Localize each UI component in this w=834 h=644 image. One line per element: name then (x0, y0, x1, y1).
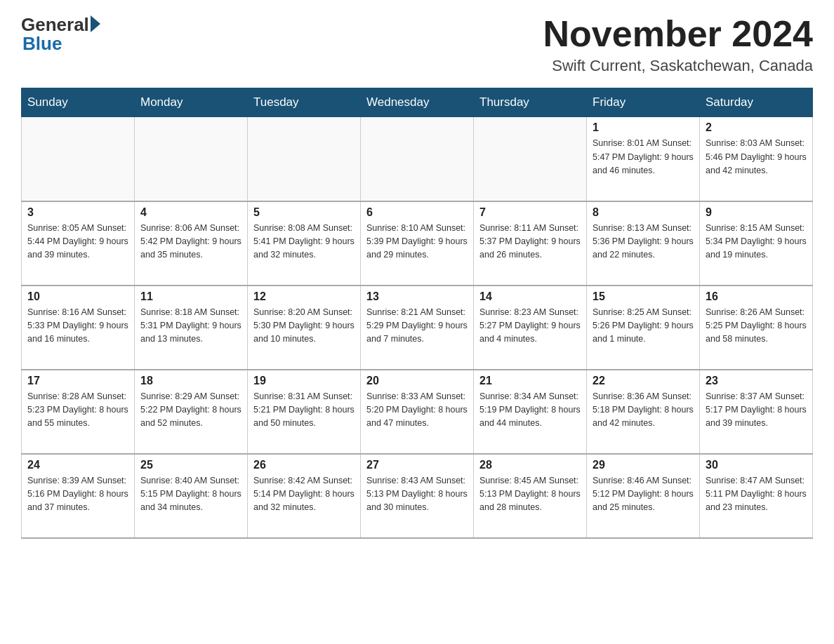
day-number: 14 (479, 290, 581, 303)
day-number: 25 (140, 459, 241, 471)
day-info: Sunrise: 8:28 AM Sunset: 5:23 PM Dayligh… (27, 390, 128, 431)
day-info: Sunrise: 8:29 AM Sunset: 5:22 PM Dayligh… (140, 390, 241, 431)
calendar-cell: 12Sunrise: 8:20 AM Sunset: 5:30 PM Dayli… (248, 286, 361, 370)
day-info: Sunrise: 8:46 AM Sunset: 5:12 PM Dayligh… (593, 474, 694, 515)
logo-text-blue: Blue (22, 33, 100, 55)
calendar-cell: 4Sunrise: 8:06 AM Sunset: 5:42 PM Daylig… (135, 201, 248, 286)
day-number: 21 (479, 375, 581, 387)
calendar-cell: 21Sunrise: 8:34 AM Sunset: 5:19 PM Dayli… (474, 370, 587, 454)
day-info: Sunrise: 8:23 AM Sunset: 5:27 PM Dayligh… (479, 306, 581, 347)
day-number: 2 (706, 121, 807, 134)
calendar-cell: 27Sunrise: 8:43 AM Sunset: 5:13 PM Dayli… (361, 454, 474, 538)
day-number: 23 (706, 375, 807, 387)
day-number: 22 (593, 375, 694, 387)
day-info: Sunrise: 8:20 AM Sunset: 5:30 PM Dayligh… (253, 306, 355, 347)
calendar-week-row: 10Sunrise: 8:16 AM Sunset: 5:33 PM Dayli… (22, 286, 813, 370)
day-info: Sunrise: 8:11 AM Sunset: 5:37 PM Dayligh… (479, 222, 581, 262)
calendar-cell: 10Sunrise: 8:16 AM Sunset: 5:33 PM Dayli… (22, 286, 135, 370)
logo: General Blue (21, 14, 100, 55)
day-number: 20 (366, 375, 468, 387)
day-number: 16 (706, 290, 807, 303)
day-info: Sunrise: 8:47 AM Sunset: 5:11 PM Dayligh… (706, 474, 807, 515)
col-sunday: Sunday (22, 88, 135, 117)
day-number: 28 (479, 459, 581, 471)
title-block: November 2024 Swift Current, Saskatchewa… (543, 14, 813, 75)
calendar-cell (474, 117, 587, 201)
day-number: 19 (253, 375, 355, 387)
calendar-cell: 8Sunrise: 8:13 AM Sunset: 5:36 PM Daylig… (587, 201, 700, 286)
calendar-cell: 15Sunrise: 8:25 AM Sunset: 5:26 PM Dayli… (587, 286, 700, 370)
day-number: 11 (140, 290, 241, 303)
calendar-week-row: 3Sunrise: 8:05 AM Sunset: 5:44 PM Daylig… (22, 201, 813, 286)
calendar-cell: 1Sunrise: 8:01 AM Sunset: 5:47 PM Daylig… (587, 117, 700, 201)
calendar-cell: 23Sunrise: 8:37 AM Sunset: 5:17 PM Dayli… (700, 370, 813, 454)
calendar-week-row: 17Sunrise: 8:28 AM Sunset: 5:23 PM Dayli… (22, 370, 813, 454)
day-info: Sunrise: 8:06 AM Sunset: 5:42 PM Dayligh… (140, 222, 241, 262)
day-info: Sunrise: 8:15 AM Sunset: 5:34 PM Dayligh… (706, 222, 807, 262)
calendar-cell: 5Sunrise: 8:08 AM Sunset: 5:41 PM Daylig… (248, 201, 361, 286)
day-info: Sunrise: 8:18 AM Sunset: 5:31 PM Dayligh… (140, 306, 241, 347)
calendar-cell: 13Sunrise: 8:21 AM Sunset: 5:29 PM Dayli… (361, 286, 474, 370)
month-year-title: November 2024 (543, 14, 813, 54)
calendar-cell: 18Sunrise: 8:29 AM Sunset: 5:22 PM Dayli… (135, 370, 248, 454)
day-info: Sunrise: 8:05 AM Sunset: 5:44 PM Dayligh… (27, 222, 128, 262)
day-number: 27 (366, 459, 468, 471)
day-number: 10 (27, 290, 128, 303)
day-info: Sunrise: 8:36 AM Sunset: 5:18 PM Dayligh… (593, 390, 694, 431)
day-info: Sunrise: 8:34 AM Sunset: 5:19 PM Dayligh… (479, 390, 581, 431)
day-info: Sunrise: 8:39 AM Sunset: 5:16 PM Dayligh… (27, 474, 128, 515)
day-info: Sunrise: 8:40 AM Sunset: 5:15 PM Dayligh… (140, 474, 241, 515)
col-friday: Friday (587, 88, 700, 117)
day-info: Sunrise: 8:25 AM Sunset: 5:26 PM Dayligh… (593, 306, 694, 347)
calendar-table: Sunday Monday Tuesday Wednesday Thursday… (21, 88, 813, 539)
calendar-cell: 2Sunrise: 8:03 AM Sunset: 5:46 PM Daylig… (700, 117, 813, 201)
calendar-header-row: Sunday Monday Tuesday Wednesday Thursday… (22, 88, 813, 117)
col-tuesday: Tuesday (248, 88, 361, 117)
day-info: Sunrise: 8:01 AM Sunset: 5:47 PM Dayligh… (593, 137, 694, 177)
logo-text-general: General (21, 14, 89, 35)
calendar-cell: 9Sunrise: 8:15 AM Sunset: 5:34 PM Daylig… (700, 201, 813, 286)
day-info: Sunrise: 8:16 AM Sunset: 5:33 PM Dayligh… (27, 306, 128, 347)
day-number: 5 (253, 206, 355, 219)
day-info: Sunrise: 8:45 AM Sunset: 5:13 PM Dayligh… (479, 474, 581, 515)
day-info: Sunrise: 8:42 AM Sunset: 5:14 PM Dayligh… (253, 474, 355, 515)
day-number: 12 (253, 290, 355, 303)
day-number: 18 (140, 375, 241, 387)
day-number: 4 (140, 206, 241, 219)
calendar-cell: 6Sunrise: 8:10 AM Sunset: 5:39 PM Daylig… (361, 201, 474, 286)
calendar-cell (135, 117, 248, 201)
day-number: 6 (366, 206, 468, 219)
day-number: 1 (593, 121, 694, 134)
calendar-cell: 16Sunrise: 8:26 AM Sunset: 5:25 PM Dayli… (700, 286, 813, 370)
calendar-cell: 30Sunrise: 8:47 AM Sunset: 5:11 PM Dayli… (700, 454, 813, 538)
calendar-cell (361, 117, 474, 201)
day-number: 26 (253, 459, 355, 471)
day-number: 8 (593, 206, 694, 219)
day-number: 3 (27, 206, 128, 219)
col-saturday: Saturday (700, 88, 813, 117)
day-info: Sunrise: 8:21 AM Sunset: 5:29 PM Dayligh… (366, 306, 468, 347)
day-info: Sunrise: 8:13 AM Sunset: 5:36 PM Dayligh… (593, 222, 694, 262)
day-info: Sunrise: 8:26 AM Sunset: 5:25 PM Dayligh… (706, 306, 807, 347)
col-thursday: Thursday (474, 88, 587, 117)
day-number: 13 (366, 290, 468, 303)
day-info: Sunrise: 8:10 AM Sunset: 5:39 PM Dayligh… (366, 222, 468, 262)
calendar-cell: 28Sunrise: 8:45 AM Sunset: 5:13 PM Dayli… (474, 454, 587, 538)
day-number: 9 (706, 206, 807, 219)
day-number: 17 (27, 375, 128, 387)
day-number: 30 (706, 459, 807, 471)
calendar-cell: 26Sunrise: 8:42 AM Sunset: 5:14 PM Dayli… (248, 454, 361, 538)
calendar-cell: 3Sunrise: 8:05 AM Sunset: 5:44 PM Daylig… (22, 201, 135, 286)
day-info: Sunrise: 8:31 AM Sunset: 5:21 PM Dayligh… (253, 390, 355, 431)
calendar-cell: 22Sunrise: 8:36 AM Sunset: 5:18 PM Dayli… (587, 370, 700, 454)
day-info: Sunrise: 8:03 AM Sunset: 5:46 PM Dayligh… (706, 137, 807, 177)
calendar-cell: 17Sunrise: 8:28 AM Sunset: 5:23 PM Dayli… (22, 370, 135, 454)
day-info: Sunrise: 8:37 AM Sunset: 5:17 PM Dayligh… (706, 390, 807, 431)
calendar-cell: 14Sunrise: 8:23 AM Sunset: 5:27 PM Dayli… (474, 286, 587, 370)
calendar-cell: 11Sunrise: 8:18 AM Sunset: 5:31 PM Dayli… (135, 286, 248, 370)
calendar-cell: 25Sunrise: 8:40 AM Sunset: 5:15 PM Dayli… (135, 454, 248, 538)
col-wednesday: Wednesday (361, 88, 474, 117)
calendar-cell: 7Sunrise: 8:11 AM Sunset: 5:37 PM Daylig… (474, 201, 587, 286)
calendar-cell (22, 117, 135, 201)
calendar-cell: 24Sunrise: 8:39 AM Sunset: 5:16 PM Dayli… (22, 454, 135, 538)
